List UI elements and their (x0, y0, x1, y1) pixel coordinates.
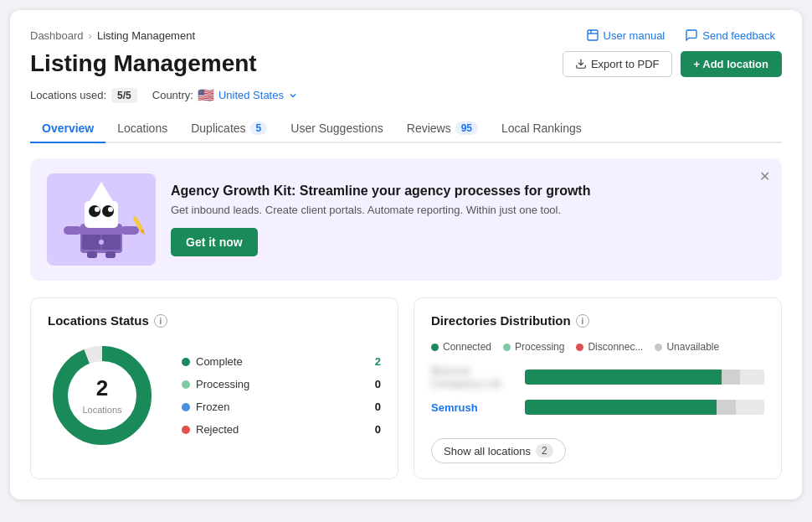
directories-info-icon[interactable]: i (576, 314, 589, 328)
book-icon (586, 28, 599, 42)
directories-legend: Connected Processing Disconnec... Unavai… (431, 341, 764, 353)
country-name: United States (218, 89, 284, 101)
tabs-bar: Overview Locations Duplicates 5 User Sug… (30, 115, 782, 143)
legend-processing: Processing (503, 341, 564, 353)
locations-used-label: Locations used: (30, 89, 106, 101)
svg-rect-11 (64, 226, 82, 235)
download-icon (575, 58, 587, 70)
reviews-badge: 95 (455, 121, 478, 135)
svg-rect-5 (85, 201, 118, 228)
status-item-rejected: Rejected 0 (182, 423, 381, 436)
legend-connected: Connected (431, 341, 491, 353)
tab-local-rankings[interactable]: Local Rankings (490, 115, 594, 143)
processing-count: 0 (375, 378, 381, 390)
rejected-dot (182, 426, 190, 434)
breadcrumb-current: Listing Management (97, 29, 195, 42)
promo-banner: ✕ (30, 158, 782, 281)
donut-number: 2 (82, 375, 121, 401)
legend-unavailable: Unavailable (655, 341, 719, 353)
directory-bar-tail-0 (722, 370, 741, 385)
directory-name-1[interactable]: Semrush (431, 401, 515, 414)
svg-rect-18 (87, 251, 97, 258)
complete-count: 2 (375, 355, 381, 368)
country-flag: 🇺🇸 (198, 87, 214, 103)
disconnected-legend-dot (576, 344, 583, 351)
processing-dot (182, 380, 190, 389)
tab-user-suggestions[interactable]: User Suggestions (279, 115, 395, 143)
illustration-svg (55, 178, 147, 261)
directory-bar-fill-0 (525, 370, 722, 385)
svg-point-8 (95, 207, 100, 212)
frozen-count: 0 (375, 401, 381, 413)
banner-illustration (47, 173, 156, 266)
send-feedback-button[interactable]: Send feedback (678, 25, 782, 45)
svg-point-9 (108, 207, 113, 212)
tab-duplicates[interactable]: Duplicates 5 (179, 115, 279, 143)
chevron-down-icon (288, 90, 298, 101)
locations-status-card: Locations Status i 2 Loca (30, 297, 398, 479)
country-label: Country: (152, 89, 193, 101)
tab-reviews[interactable]: Reviews 95 (395, 115, 490, 143)
breadcrumb: Dashboard › Listing Management User manu… (30, 25, 782, 45)
locations-status-title: Locations Status i (48, 313, 381, 328)
donut-chart: 2 Locations (48, 341, 157, 450)
locations-card-inner: 2 Locations Complete 2 (48, 341, 381, 450)
status-item-frozen: Frozen 0 (182, 401, 381, 413)
add-location-button[interactable]: + Add location (681, 51, 782, 77)
banner-description: Get inbound leads. Create client portals… (171, 204, 765, 216)
unavailable-legend-dot (655, 344, 662, 351)
directory-row-0: Blurred Company Ltd (431, 364, 764, 390)
svg-rect-12 (121, 226, 139, 235)
country-selector[interactable]: Country: 🇺🇸 United States (152, 87, 298, 103)
svg-point-17 (99, 240, 104, 245)
locations-status-info-icon[interactable]: i (154, 314, 167, 328)
status-item-complete: Complete 2 (182, 355, 381, 368)
breadcrumb-parent[interactable]: Dashboard (30, 29, 84, 42)
directories-title: Directories Distribution i (431, 313, 764, 328)
svg-rect-19 (105, 251, 116, 258)
tab-locations[interactable]: Locations (105, 115, 179, 143)
directory-bar-0 (525, 370, 764, 385)
show-all-locations-button[interactable]: Show all locations 2 (431, 438, 566, 463)
directory-bar-tail-1 (717, 400, 736, 415)
cards-row: Locations Status i 2 Loca (30, 297, 782, 479)
breadcrumb-separator: › (89, 29, 92, 42)
show-all-badge: 2 (536, 444, 553, 457)
duplicates-badge: 5 (250, 121, 268, 135)
directory-row-1: Semrush (431, 400, 764, 415)
meta-row: Locations used: 5/5 Country: 🇺🇸 United S… (30, 87, 782, 103)
banner-close-button[interactable]: ✕ (759, 168, 770, 184)
page-title: Listing Management (30, 50, 257, 77)
banner-title: Agency Growth Kit: Streamline your agenc… (171, 183, 765, 199)
legend-disconnected: Disconnec... (576, 341, 643, 353)
status-item-processing: Processing 0 (182, 378, 381, 390)
get-it-now-button[interactable]: Get it now (171, 228, 258, 256)
donut-label: Locations (82, 405, 121, 415)
directory-name-0: Blurred Company Ltd (431, 364, 515, 390)
user-manual-button[interactable]: User manual (579, 25, 672, 45)
directory-bar-fill-1 (525, 400, 717, 415)
main-card: Dashboard › Listing Management User manu… (10, 10, 802, 499)
export-pdf-button[interactable]: Export to PDF (563, 51, 672, 77)
connected-legend-dot (431, 344, 439, 351)
rejected-count: 0 (375, 423, 381, 436)
locations-used-badge: 5/5 (111, 88, 137, 103)
directories-card: Directories Distribution i Connected Pro… (414, 297, 782, 479)
directory-bar-1 (525, 400, 764, 415)
feedback-icon (685, 28, 698, 42)
tab-overview[interactable]: Overview (30, 115, 105, 143)
processing-legend-dot (503, 344, 511, 351)
complete-dot (182, 358, 190, 366)
locations-used: Locations used: 5/5 (30, 88, 137, 103)
header-actions: Export to PDF + Add location (563, 51, 782, 77)
header-row: Listing Management Export to PDF + Add l… (30, 50, 782, 77)
show-all-container: Show all locations 2 (431, 425, 764, 463)
frozen-dot (182, 403, 190, 411)
banner-content: Agency Growth Kit: Streamline your agenc… (171, 183, 765, 256)
status-list: Complete 2 Processing 0 (182, 355, 381, 436)
svg-rect-0 (588, 30, 598, 40)
svg-marker-10 (89, 182, 114, 203)
donut-center: 2 Locations (82, 375, 121, 416)
